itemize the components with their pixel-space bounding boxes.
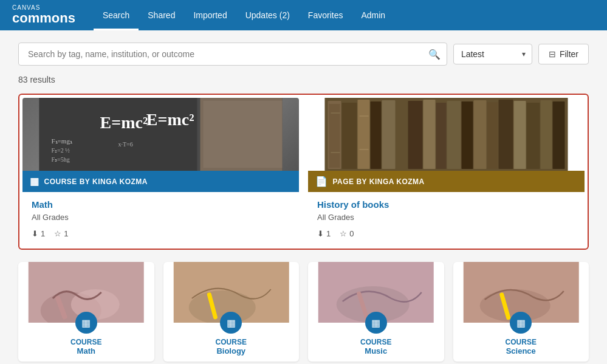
card-thumbnail-math: E=mc² F₁=mg₁ F₂=2 ½ F₃=5hg x·T=6 xyxy=(22,98,299,171)
card-thumbnail-books xyxy=(308,98,585,171)
main-nav: Search Shared Imported Updates (2) Favor… xyxy=(94,0,394,30)
small-card-thumb-music: ▦ xyxy=(308,262,444,323)
card-type-bar-math: ▦ COURSE BY KINGA KOZMA xyxy=(22,171,299,192)
card-type-bar-books: 📄 PAGE BY KINGA KOZMA xyxy=(308,171,585,192)
small-card-type-math: Course xyxy=(24,338,148,346)
favorite-stat-books: ☆ 0 xyxy=(340,229,354,238)
small-cards-row: ▦ Course Math ▦ Cou xyxy=(18,262,589,362)
download-stat-math: ⬇ 1 xyxy=(32,229,45,238)
download-count-books: 1 xyxy=(326,229,331,238)
small-card-music[interactable]: ▦ Course Music xyxy=(308,262,444,362)
small-card-type-music: Course xyxy=(314,338,438,346)
card-stats-books: ⬇ 1 ☆ 0 xyxy=(317,229,575,238)
page-icon: 📄 xyxy=(315,176,328,187)
small-card-science[interactable]: ▦ Course Science xyxy=(453,262,589,362)
course-badge-icon-music: ▦ xyxy=(371,317,380,329)
small-card-thumb-science: ▦ xyxy=(453,262,589,323)
small-card-badge-math: ▦ xyxy=(75,312,97,334)
featured-card-books[interactable]: 📄 PAGE BY KINGA KOZMA History of books A… xyxy=(308,98,585,246)
card-stats-math: ⬇ 1 ☆ 1 xyxy=(32,229,290,238)
logo-commons-text: commons xyxy=(12,11,75,26)
search-bar-row: 🔍 Latest ▾ ⊟ Filter xyxy=(18,43,589,66)
featured-card-math[interactable]: E=mc² F₁=mg₁ F₂=2 ½ F₃=5hg x·T=6 ▦ COURS… xyxy=(22,98,299,246)
search-input-wrapper: 🔍 xyxy=(18,43,447,66)
course-badge-icon-science: ▦ xyxy=(516,317,526,329)
filter-icon: ⊟ xyxy=(549,49,556,59)
card-grade-books: All Grades xyxy=(317,213,575,222)
course-badge-icon-biology: ▦ xyxy=(227,317,236,329)
small-card-type-biology: Course xyxy=(170,338,293,346)
download-icon: ⬇ xyxy=(32,229,38,238)
main-content: 🔍 Latest ▾ ⊟ Filter 83 results E=mc² F₁=… xyxy=(0,30,607,364)
small-card-biology[interactable]: ▦ Course Biology xyxy=(163,262,300,362)
course-badge-icon-math: ▦ xyxy=(81,317,91,329)
small-card-title-music: Music xyxy=(314,346,438,355)
download-stat-books: ⬇ 1 xyxy=(317,229,331,238)
card-body-books: History of books All Grades ⬇ 1 ☆ 0 xyxy=(308,192,585,246)
card-type-label: COURSE BY KINGA KOZMA xyxy=(44,177,148,186)
sort-select[interactable]: Latest ▾ xyxy=(453,44,532,64)
search-icon: 🔍 xyxy=(428,49,441,60)
header: canvas commons Search Shared Imported Up… xyxy=(0,0,607,30)
svg-text:F₂=2 ½: F₂=2 ½ xyxy=(52,147,70,154)
search-icon-button[interactable]: 🔍 xyxy=(428,49,441,60)
featured-row: E=mc² F₁=mg₁ F₂=2 ½ F₃=5hg x·T=6 ▦ COURS… xyxy=(18,94,589,250)
download-count-math: 1 xyxy=(41,229,45,238)
sort-label: Latest xyxy=(461,49,484,59)
card-body-math: Math All Grades ⬇ 1 ☆ 1 xyxy=(22,192,299,246)
filter-label: Filter xyxy=(560,49,578,59)
favorite-count-books: 0 xyxy=(349,229,354,238)
logo: canvas commons xyxy=(12,5,75,26)
search-input[interactable] xyxy=(19,43,447,65)
nav-admin[interactable]: Admin xyxy=(352,0,394,30)
small-card-type-science: Course xyxy=(459,338,583,346)
card-title-books[interactable]: History of books xyxy=(317,199,575,210)
svg-rect-33 xyxy=(325,98,568,171)
svg-text:x·T=6: x·T=6 xyxy=(118,141,133,148)
favorite-count-math: 1 xyxy=(64,229,68,238)
small-card-math[interactable]: ▦ Course Math xyxy=(18,262,154,362)
small-card-badge-science: ▦ xyxy=(510,312,532,334)
svg-text:F₃=5hg: F₃=5hg xyxy=(52,156,70,163)
small-card-title-science: Science xyxy=(459,346,583,355)
small-card-thumb-biology: ▦ xyxy=(163,262,300,323)
course-icon: ▦ xyxy=(30,176,39,187)
small-card-title-biology: Biology xyxy=(170,346,293,355)
card-title-math[interactable]: Math xyxy=(32,199,290,210)
favorite-stat-math: ☆ 1 xyxy=(54,229,68,238)
small-card-thumb-math: ▦ xyxy=(18,262,154,323)
nav-favorites[interactable]: Favorites xyxy=(299,0,352,30)
svg-text:E=mc²: E=mc² xyxy=(100,113,148,132)
star-icon-books: ☆ xyxy=(340,229,347,238)
card-grade-math: All Grades xyxy=(32,213,290,222)
small-card-badge-biology: ▦ xyxy=(220,312,242,334)
svg-text:F₁=mg₁: F₁=mg₁ xyxy=(52,137,72,145)
svg-rect-8 xyxy=(204,101,283,168)
nav-updates[interactable]: Updates (2) xyxy=(236,0,299,30)
card-type-label-books: PAGE BY KINGA KOZMA xyxy=(333,177,425,186)
nav-imported[interactable]: Imported xyxy=(184,0,236,30)
small-card-badge-music: ▦ xyxy=(365,312,387,334)
star-icon: ☆ xyxy=(54,229,61,238)
results-count: 83 results xyxy=(18,75,589,84)
chevron-down-icon: ▾ xyxy=(522,50,526,58)
small-card-title-math: Math xyxy=(24,346,148,355)
nav-shared[interactable]: Shared xyxy=(139,0,184,30)
nav-search[interactable]: Search xyxy=(94,0,139,30)
download-icon-books: ⬇ xyxy=(317,229,324,238)
filter-button[interactable]: ⊟ Filter xyxy=(538,44,589,64)
